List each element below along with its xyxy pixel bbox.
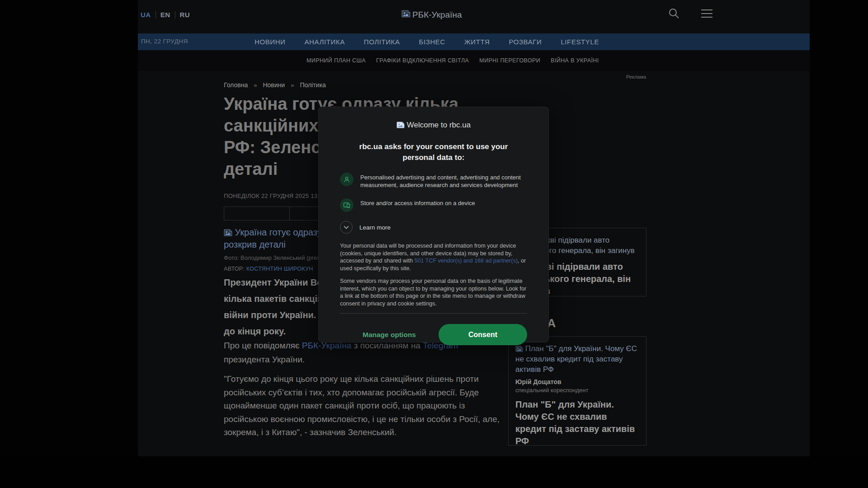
purpose-text: Store and/or access information on a dev… <box>360 198 475 207</box>
card-author-name: Юрій Дощатов <box>515 378 639 385</box>
purpose-text: Personalised advertising and content, ad… <box>360 173 527 189</box>
learn-more-toggle[interactable]: Learn more <box>340 221 527 234</box>
logo-alt-text: РБК-Україна <box>412 10 462 20</box>
sidebar-card-analytics[interactable]: План "Б" для України. Чому ЄС не схвалив… <box>508 336 646 446</box>
breadcrumb-separator: » <box>254 82 257 89</box>
topics-items: МИРНИЙ ПЛАН США ГРАФІКИ ВІДКЛЮЧЕННЯ СВІТ… <box>307 57 599 64</box>
device-storage-icon <box>340 198 354 212</box>
consent-button[interactable]: Consent <box>439 324 527 345</box>
breadcrumb-separator: » <box>291 82 294 89</box>
nav-item-polityka[interactable]: ПОЛІТИКА <box>364 38 400 46</box>
ad-personalization-icon <box>340 173 354 186</box>
nav-date: ПН, 22 ГРУДНЯ <box>141 38 188 45</box>
nav-item-rozvahy[interactable]: РОЗВАГИ <box>509 38 542 46</box>
breadcrumb: Головна » Новини » Політика <box>224 81 326 89</box>
welcome-text: Welcome to rbc.ua <box>407 121 471 130</box>
consent-welcome: Welcome to rbc.ua <box>340 121 527 130</box>
consent-dialog: Welcome to rbc.ua rbc.ua asks for your c… <box>318 107 549 343</box>
breadcrumb-home[interactable]: Головна <box>224 81 248 89</box>
chevron-down-icon <box>340 221 353 234</box>
broken-image-icon <box>396 121 405 130</box>
menu-icon[interactable] <box>701 9 713 20</box>
ad-label: Реклама <box>626 74 646 80</box>
broken-image-icon <box>401 10 410 20</box>
card-alt-text: План "Б" для України. Чому ЄС не схвалив… <box>515 343 639 375</box>
topics-bar: МИРНИЙ ПЛАН США ГРАФІКИ ВІДКЛЮЧЕННЯ СВІТ… <box>138 50 810 71</box>
learn-more-label: Learn more <box>359 224 391 231</box>
footer-band <box>0 456 868 488</box>
search-icon[interactable] <box>668 7 680 21</box>
nav-item-biznes[interactable]: БІЗНЕС <box>419 38 445 46</box>
nav-item-novyny[interactable]: НОВИНИ <box>255 38 286 46</box>
site-logo[interactable]: РБК-Україна <box>401 10 462 20</box>
broken-image-icon <box>224 227 232 237</box>
divider <box>175 11 175 19</box>
language-switcher: UA EN RU <box>141 11 190 19</box>
topic-war-in-ukraine[interactable]: ВІЙНА В УКРАЇНІ <box>551 57 599 64</box>
article-datetime: ПОНЕДІЛОК 22 ГРУДНЯ 2025 13:23 <box>224 192 326 199</box>
tcf-vendors-link[interactable]: 501 TCF vendor(s) and 168 ad partner(s) <box>415 258 518 264</box>
broken-image-icon <box>515 344 523 353</box>
consent-heading: rbc.ua asks for your consent to use your… <box>340 141 527 163</box>
topic-peace-talks[interactable]: МИРНІ ПЕРЕГОВОРИ <box>479 57 540 64</box>
nav-item-zhyttia[interactable]: ЖИТТЯ <box>464 38 490 46</box>
consent-body-paragraph: Your personal data will be processed and… <box>340 242 527 272</box>
lang-en[interactable]: EN <box>160 11 170 19</box>
author-label: АВТОР: <box>224 266 245 272</box>
main-nav: ПН, 22 ГРУДНЯ НОВИНИ АНАЛІТИКА ПОЛІТИКА … <box>138 33 810 50</box>
purpose-row: Personalised advertising and content, ad… <box>340 173 527 189</box>
card-title[interactable]: План "Б" для України. Чому ЄС не схвалив… <box>515 399 639 447</box>
manage-options-button[interactable]: Manage options <box>340 331 439 339</box>
consent-body-paragraph: Some vendors may process your personal d… <box>340 277 527 307</box>
lang-ua[interactable]: UA <box>141 11 151 19</box>
top-actions <box>668 7 713 21</box>
share-button[interactable] <box>224 206 290 221</box>
nav-items: НОВИНИ АНАЛІТИКА ПОЛІТИКА БІЗНЕС ЖИТТЯ Р… <box>255 38 599 46</box>
divider <box>340 313 527 314</box>
divider <box>156 11 156 19</box>
breadcrumb-news[interactable]: Новини <box>263 81 285 89</box>
card-author-role: спеціальний кореспондент <box>515 387 639 394</box>
purpose-row: Store and/or access information on a dev… <box>340 198 527 212</box>
topic-power-outages[interactable]: ГРАФІКИ ВІДКЛЮЧЕННЯ СВІТЛА <box>376 57 469 64</box>
nav-item-analityka[interactable]: АНАЛІТИКА <box>305 38 345 46</box>
breadcrumb-politics[interactable]: Політика <box>300 81 326 89</box>
article-quote-paragraph: "Готуємо до кінця цього року ще кілька с… <box>224 372 500 439</box>
topic-peace-plan[interactable]: МИРНИЙ ПЛАН США <box>307 57 366 64</box>
lang-ru[interactable]: RU <box>180 11 190 19</box>
consent-buttons: Manage options Consent <box>340 324 527 345</box>
top-bar: UA EN RU РБК-Україна <box>138 0 810 33</box>
nav-item-lifestyle[interactable]: LIFESTYLE <box>561 38 599 46</box>
author-link[interactable]: КОСТЯНТИН ШИРОКУН <box>246 266 313 272</box>
